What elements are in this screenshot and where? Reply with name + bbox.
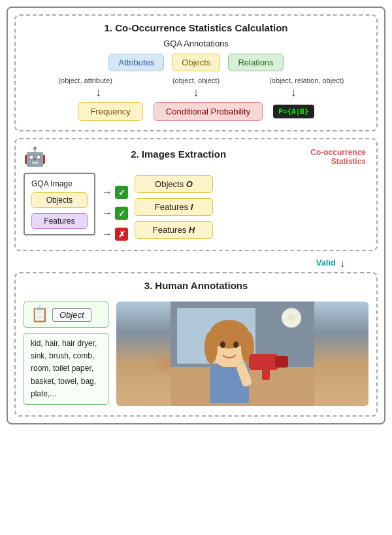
arrow-label-right: (object, relation, object) <box>252 77 362 84</box>
relations-box: Relations <box>228 54 283 71</box>
right-item-objects: Objects O <box>135 175 213 193</box>
svg-point-4 <box>287 314 295 322</box>
right-label-objects: Objects <box>155 179 186 189</box>
frequency-box: Frequency <box>78 102 142 121</box>
objects-small-box: Objects <box>31 192 88 208</box>
section3-title-wrap: 3. Human Annotations <box>24 280 368 296</box>
obj-feat-col: Objects Features <box>31 192 88 229</box>
annotation-left: 📋 Object kid, hair, hair dryer, sink, br… <box>24 302 108 406</box>
section1: 1. Co-Occurrence Statistics Calculation … <box>14 14 378 131</box>
check-icon-2: ✓ <box>115 207 128 220</box>
robot-icon: 🤖 <box>24 146 46 167</box>
freq-prob-row: Frequency Conditional Probability P={A|B… <box>24 102 368 121</box>
arrow-right-3: → <box>102 228 112 240</box>
cross-icon: ✗ <box>115 228 128 241</box>
arrow-right-2: → <box>102 207 112 219</box>
annotation-icon-row: 📋 Object <box>31 306 101 323</box>
keywords-box: kid, hair, hair dryer, sink, brush, comb… <box>24 333 108 405</box>
right-label-features-h: Features <box>153 225 189 235</box>
section2-title-wrap: 2. Images Extraction <box>53 148 304 165</box>
features-small-box: Features <box>31 213 88 229</box>
conditional-probability-box: Conditional Probability <box>154 102 263 121</box>
gqa-image-box: GQA Image Objects Features <box>24 173 95 235</box>
right-item-features-i: Features I <box>135 198 213 216</box>
photo-placeholder <box>116 302 368 406</box>
check-icon-1: ✓ <box>115 186 128 199</box>
arrow-down-right: ↓ <box>291 86 297 99</box>
arrow-labels-row: (object, attribute) (object, object) (ob… <box>24 77 368 84</box>
right-label-features-i: Features <box>155 202 191 212</box>
formula-icon: P={A|B} <box>273 105 314 118</box>
section2-title: 2. Images Extraction <box>53 148 304 160</box>
svg-point-7 <box>204 331 218 364</box>
section2-content: GQA Image Objects Features → ✓ → ✓ → <box>24 173 368 241</box>
valid-arrow-row: Valid ↓ <box>14 258 378 269</box>
svg-rect-15 <box>275 356 288 368</box>
objects-box: Objects <box>172 54 220 71</box>
section1-title: 1. Co-Occurrence Statistics Calculation <box>24 22 368 33</box>
arrow-down-center: ↓ <box>193 86 199 99</box>
gqa-annotations-label: GQA Annotations <box>24 39 368 48</box>
right-italic-objects: O <box>186 179 193 189</box>
arrow-label-center: (object, object) <box>140 77 251 84</box>
svg-point-10 <box>233 341 238 348</box>
statistics-label: Statistics <box>310 157 366 166</box>
arrow-down-left: ↓ <box>95 86 101 99</box>
annotations-row: Attributes Objects Relations <box>24 54 368 71</box>
photo-svg <box>171 302 314 406</box>
section3-content: 📋 Object kid, hair, hair dryer, sink, br… <box>24 302 368 406</box>
right-item-features-h: Features H <box>135 221 213 239</box>
section2-header: 🤖 2. Images Extraction Co-occurrence Sta… <box>24 146 368 167</box>
right-italic-i: I <box>191 202 193 212</box>
main-container: 1. Co-Occurrence Statistics Calculation … <box>7 7 385 424</box>
note-icon: 📋 <box>31 306 48 323</box>
cooccurrence-label: Co-occurrence <box>310 148 366 157</box>
object-label: Object <box>52 308 91 322</box>
right-italic-h: H <box>189 225 195 235</box>
check-row-2: → ✓ <box>102 207 128 220</box>
section3: 3. Human Annotations 📋 Object kid, hair,… <box>14 272 378 417</box>
check-row-1: → ✓ <box>102 186 128 199</box>
arrow-label-left: (object, attribute) <box>30 77 140 84</box>
down-arrow-mid: ↓ <box>340 258 345 269</box>
section3-title: 3. Human Annotations <box>24 280 368 291</box>
arrow-right-1: → <box>102 186 112 198</box>
svg-rect-14 <box>262 367 270 380</box>
right-items-col: Objects O Features I Features H <box>135 173 213 239</box>
cross-row: → ✗ <box>102 228 128 241</box>
cooccurrence-label-wrap: Co-occurrence Statistics <box>310 148 368 166</box>
photo-inner <box>116 302 368 406</box>
arrows-mid-col: → ✓ → ✓ → ✗ <box>102 173 128 241</box>
gqa-image-label: GQA Image <box>31 179 88 188</box>
attributes-box: Attributes <box>108 54 164 71</box>
valid-label-arrow: Valid <box>316 258 336 269</box>
section2: 🤖 2. Images Extraction Co-occurrence Sta… <box>14 138 378 251</box>
annotation-card: 📋 Object <box>24 302 108 328</box>
svg-point-9 <box>220 341 225 348</box>
down-arrows-row: ↓ ↓ ↓ <box>24 86 368 99</box>
section3-header: 3. Human Annotations <box>24 280 368 296</box>
